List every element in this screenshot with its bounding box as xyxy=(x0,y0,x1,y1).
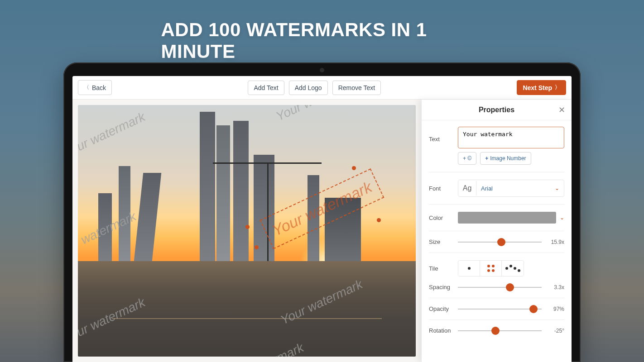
chevron-down-icon[interactable]: ⌄ xyxy=(560,214,564,221)
tablet-frame: 〈 Back Add Text Add Logo Remove Text Nex… xyxy=(63,62,581,362)
opacity-value: 97% xyxy=(546,306,564,312)
toolbar-center: Add Text Add Logo Remove Text xyxy=(248,81,381,95)
add-copyright-button[interactable]: + © xyxy=(458,152,476,165)
color-swatch[interactable] xyxy=(458,212,556,224)
selection-handle[interactable] xyxy=(245,225,250,229)
tile-options xyxy=(458,260,524,276)
size-value: 15.9x xyxy=(546,239,564,245)
font-label: Font xyxy=(429,185,452,192)
tile-label: Tile xyxy=(429,265,452,272)
plus-icon: + xyxy=(485,155,488,162)
remove-text-button[interactable]: Remove Text xyxy=(332,81,381,95)
rotation-value: -25° xyxy=(546,328,564,334)
close-icon[interactable]: ✕ xyxy=(558,105,565,115)
selection-handle[interactable] xyxy=(377,218,381,222)
chevron-left-icon: 〈 xyxy=(84,84,89,91)
app-screen: 〈 Back Add Text Add Logo Remove Text Nex… xyxy=(72,76,572,362)
next-step-label: Next Step xyxy=(523,84,552,91)
font-selector[interactable]: Ag Arial ⌄ xyxy=(458,180,564,197)
rotation-label: Rotation xyxy=(429,327,452,334)
add-image-number-button[interactable]: + Image Number xyxy=(480,152,531,165)
size-label: Size xyxy=(429,238,452,245)
rotation-slider[interactable] xyxy=(458,330,542,331)
tile-single[interactable] xyxy=(458,261,480,276)
tile-diagonal[interactable] xyxy=(502,261,524,276)
panel-header: Properties ✕ xyxy=(422,100,572,120)
toolbar: 〈 Back Add Text Add Logo Remove Text Nex… xyxy=(72,76,572,100)
size-slider[interactable] xyxy=(458,242,542,243)
font-sample-icon: Ag xyxy=(458,181,476,195)
slider-thumb[interactable] xyxy=(491,327,500,335)
selection-handle[interactable] xyxy=(352,166,356,170)
spacing-label: Spacing xyxy=(429,284,452,291)
spacing-value: 3.3x xyxy=(546,284,564,291)
text-label: Text xyxy=(429,127,452,143)
chevron-down-icon: ⌄ xyxy=(555,185,559,191)
watermark-text-input[interactable] xyxy=(458,127,564,148)
back-label: Back xyxy=(92,84,106,91)
panel-body: Text + © + Image Number xyxy=(422,120,572,340)
canvas[interactable]: Your watermark Your watermark Your water… xyxy=(72,100,421,362)
back-button[interactable]: 〈 Back xyxy=(78,80,112,95)
add-text-button[interactable]: Add Text xyxy=(248,81,284,95)
tile-grid[interactable] xyxy=(480,261,502,276)
next-step-button[interactable]: Next Step 〉 xyxy=(517,80,566,95)
camera-dot xyxy=(320,68,324,72)
preview-photo: Your watermark Your watermark Your water… xyxy=(78,105,416,357)
font-name: Arial xyxy=(476,185,555,192)
workspace: Your watermark Your watermark Your water… xyxy=(72,100,572,362)
properties-panel: Properties ✕ Text + © + Image Number xyxy=(421,100,572,362)
chevron-right-icon: 〉 xyxy=(555,84,560,91)
slider-thumb[interactable] xyxy=(506,283,514,291)
add-image-number-label: Image Number xyxy=(490,155,526,162)
rotation-handle[interactable] xyxy=(255,245,259,249)
opacity-label: Opacity xyxy=(429,305,452,312)
add-logo-button[interactable]: Add Logo xyxy=(289,81,328,95)
promo-headline: ADD 100 WATERMARKS IN 1 MINUTE xyxy=(161,19,483,62)
color-label: Color xyxy=(429,214,452,221)
panel-title: Properties xyxy=(479,106,514,114)
opacity-slider[interactable] xyxy=(458,309,542,310)
slider-thumb[interactable] xyxy=(497,238,505,246)
slider-thumb[interactable] xyxy=(529,305,538,313)
spacing-slider[interactable] xyxy=(458,287,542,288)
